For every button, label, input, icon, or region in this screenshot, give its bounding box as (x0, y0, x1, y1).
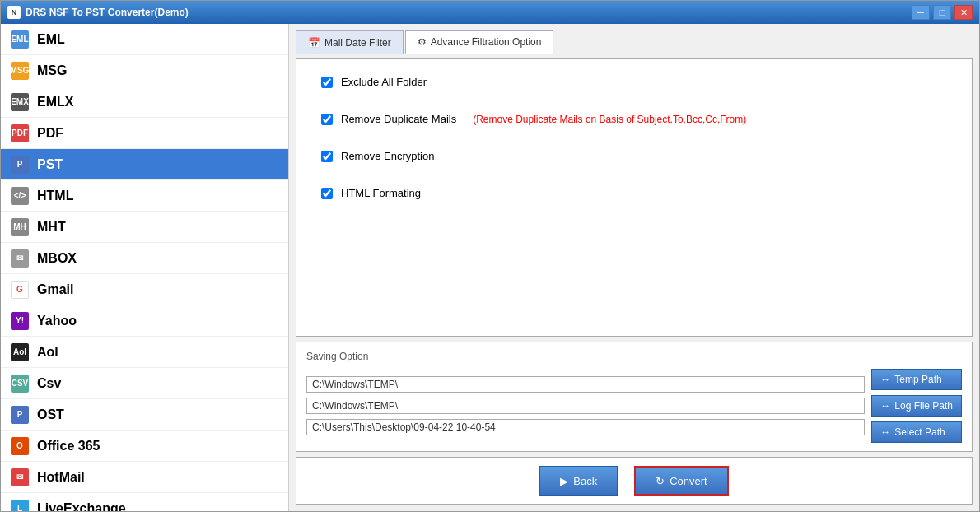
remove-encryption-label: Remove Encryption (341, 150, 434, 162)
sidebar-icon-html: </> (11, 187, 29, 205)
sidebar-icon-hotmail: ✉ (11, 468, 29, 486)
sidebar-label-csv: Csv (37, 376, 61, 391)
temp-path-input[interactable] (306, 376, 865, 393)
temp-path-icon: ↔ (880, 374, 890, 385)
sidebar-label-pst: PST (37, 157, 63, 172)
sidebar-item-liveexchange[interactable]: LLiveExchange (1, 493, 288, 511)
remove-duplicate-mails-note: (Remove Duplicate Mails on Basis of Subj… (473, 114, 746, 125)
saving-rows: ↔ Temp Path ↔ Log File Path ↔ Select Pat… (306, 369, 962, 443)
saving-option-title: Saving Option (306, 351, 962, 362)
sidebar-label-msg: MSG (37, 63, 67, 78)
remove-duplicate-mails-checkbox[interactable] (321, 114, 333, 125)
sidebar-icon-liveexchange: L (11, 500, 29, 512)
back-button-label: Back (573, 475, 597, 487)
sidebar-icon-mbox: ✉ (11, 249, 29, 268)
title-bar-left: N DRS NSF To PST Converter(Demo) (7, 6, 189, 19)
sidebar-label-ost: OST (37, 407, 64, 422)
sidebar-label-yahoo: Yahoo (37, 314, 77, 328)
exclude-all-folder-label: Exclude All Folder (341, 76, 427, 88)
sidebar-item-eml[interactable]: EMLEML (1, 24, 288, 55)
title-bar-buttons: ─ □ ✕ (912, 5, 973, 20)
exclude-all-folder-checkbox[interactable] (321, 77, 333, 88)
close-button[interactable]: ✕ (954, 5, 973, 20)
tab-mail-date-filter[interactable]: 📅 Mail Date Filter (296, 30, 404, 54)
sidebar-label-mht: MHT (37, 220, 66, 235)
saving-inputs-col (306, 376, 865, 435)
sidebar: EMLEMLMSGMSGEMXEMLXPDFPDFPPST</>HTMLMHMH… (1, 24, 289, 511)
select-path-icon: ↔ (880, 426, 890, 438)
sidebar-item-msg[interactable]: MSGMSG (1, 55, 288, 86)
convert-button-label: Convert (670, 475, 707, 487)
sidebar-item-mht[interactable]: MHMHT (1, 212, 288, 243)
path-buttons: ↔ Temp Path ↔ Log File Path ↔ Select Pat… (871, 369, 962, 443)
tab-advance-filtration[interactable]: ⚙ Advance Filtration Option (405, 30, 554, 54)
sidebar-item-emlx[interactable]: EMXEMLX (1, 86, 288, 118)
sidebar-label-gmail: Gmail (37, 282, 73, 297)
remove-encryption-checkbox[interactable] (321, 151, 333, 162)
sidebar-icon-eml: EML (11, 30, 29, 49)
convert-icon: ↻ (656, 475, 665, 487)
log-file-path-button[interactable]: ↔ Log File Path (871, 395, 962, 417)
temp-path-button[interactable]: ↔ Temp Path (871, 369, 962, 390)
main-content: EMLEMLMSGMSGEMXEMLXPDFPDFPPST</>HTMLMHMH… (1, 24, 979, 511)
sidebar-icon-emlx: EMX (11, 93, 29, 111)
remove-duplicate-mails-row: Remove Duplicate Mails (Remove Duplicate… (321, 113, 947, 125)
sidebar-label-aol: Aol (37, 345, 58, 360)
tab-mail-date-filter-label: Mail Date Filter (324, 37, 391, 49)
saving-section: Saving Option ↔ Temp Path (296, 342, 973, 452)
sidebar-item-office365[interactable]: OOffice 365 (1, 431, 288, 462)
tabs: 📅 Mail Date Filter ⚙ Advance Filtration … (296, 30, 973, 54)
html-formatting-label: HTML Formating (341, 187, 421, 199)
minimize-button[interactable]: ─ (912, 5, 930, 20)
sidebar-item-pst[interactable]: PPST (1, 149, 288, 180)
sidebar-icon-csv: CSV (11, 375, 29, 393)
remove-encryption-row: Remove Encryption (321, 150, 947, 162)
sidebar-item-hotmail[interactable]: ✉HotMail (1, 462, 288, 493)
convert-button[interactable]: ↻ Convert (634, 466, 729, 496)
sidebar-icon-office365: O (11, 437, 29, 455)
sidebar-item-yahoo[interactable]: Y!Yahoo (1, 305, 288, 337)
select-path-input[interactable] (306, 419, 865, 435)
log-file-path-icon: ↔ (880, 400, 890, 412)
sidebar-label-emlx: EMLX (37, 95, 73, 109)
sidebar-icon-msg: MSG (11, 62, 29, 80)
sidebar-icon-pst: P (11, 156, 29, 174)
right-panel: 📅 Mail Date Filter ⚙ Advance Filtration … (289, 24, 979, 511)
maximize-button[interactable]: □ (933, 5, 951, 20)
sidebar-item-html[interactable]: </>HTML (1, 180, 288, 212)
sidebar-item-gmail[interactable]: GGmail (1, 274, 288, 305)
exclude-all-folder-row: Exclude All Folder (321, 76, 947, 88)
sidebar-icon-pdf: PDF (11, 124, 29, 142)
sidebar-label-eml: EML (37, 32, 65, 47)
sidebar-label-html: HTML (37, 189, 73, 203)
remove-duplicate-mails-label: Remove Duplicate Mails (341, 113, 456, 125)
saving-row-container: ↔ Temp Path ↔ Log File Path ↔ Select Pat… (306, 369, 962, 443)
sidebar-label-hotmail: HotMail (37, 470, 85, 485)
filter-icon: ⚙ (418, 36, 427, 48)
sidebar-item-csv[interactable]: CSVCsv (1, 368, 288, 399)
sidebar-item-ost[interactable]: POST (1, 399, 288, 431)
window-title: DRS NSF To PST Converter(Demo) (26, 7, 189, 18)
calendar-icon: 📅 (308, 37, 320, 49)
html-formatting-row: HTML Formating (321, 187, 947, 199)
sidebar-label-mbox: MBOX (37, 251, 77, 266)
sidebar-icon-mht: MH (11, 218, 29, 236)
tab-advance-filtration-label: Advance Filtration Option (431, 36, 542, 48)
sidebar-icon-yahoo: Y! (11, 312, 29, 330)
filter-box: Exclude All Folder Remove Duplicate Mail… (296, 58, 973, 337)
back-icon: ▶ (560, 475, 568, 487)
sidebar-item-aol[interactable]: AolAol (1, 337, 288, 368)
bottom-bar: ▶ Back ↻ Convert (296, 457, 973, 505)
select-path-button[interactable]: ↔ Select Path (871, 421, 962, 443)
log-file-path-button-label: Log File Path (894, 400, 953, 412)
sidebar-item-pdf[interactable]: PDFPDF (1, 118, 288, 149)
sidebar-label-pdf: PDF (37, 126, 63, 141)
sidebar-icon-aol: Aol (11, 343, 29, 361)
log-file-path-input[interactable] (306, 398, 865, 414)
html-formatting-checkbox[interactable] (321, 188, 333, 199)
app-window: N DRS NSF To PST Converter(Demo) ─ □ ✕ E… (0, 0, 980, 512)
back-button[interactable]: ▶ Back (539, 466, 618, 496)
sidebar-item-mbox[interactable]: ✉MBOX (1, 243, 288, 274)
sidebar-label-office365: Office 365 (37, 439, 100, 454)
title-bar: N DRS NSF To PST Converter(Demo) ─ □ ✕ (1, 1, 979, 24)
